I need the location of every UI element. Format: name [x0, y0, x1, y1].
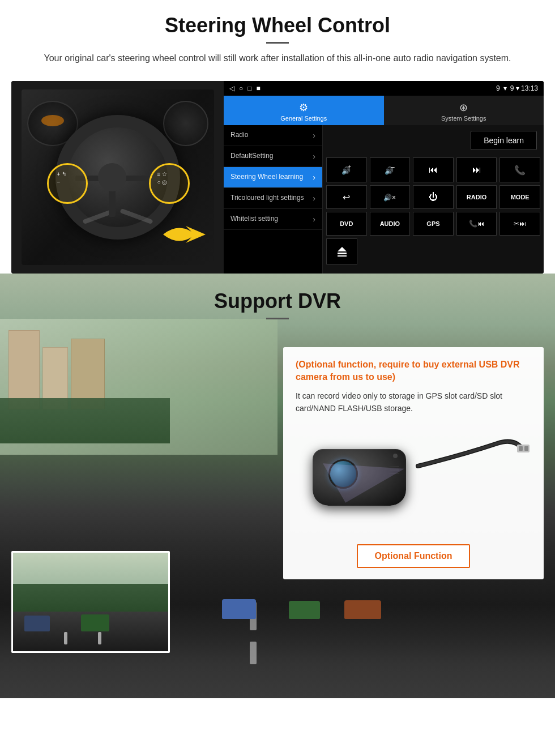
signal-icon: 9 [496, 84, 500, 92]
tab-system-label: System Settings [441, 115, 486, 122]
phone-btn[interactable]: 📞 [500, 157, 540, 182]
svg-marker-5 [338, 247, 347, 251]
menu-item-steering[interactable]: Steering Wheel learning › [224, 167, 322, 188]
radio-btn[interactable]: RADIO [456, 185, 497, 209]
dvd-btn[interactable]: DVD [326, 212, 367, 236]
camera-cable-svg [373, 432, 531, 534]
yellow-arrow [160, 217, 211, 254]
section-dvr: Support DVR (Optional function, require … [0, 274, 555, 698]
ctrl-row-4 [326, 238, 540, 264]
dvr-title: Support DVR [0, 289, 555, 313]
steering-wheel-graphic: + ↰ − ≡ ☆ ○ ◎ [22, 89, 214, 265]
svg-text:+: + [348, 164, 351, 170]
dvr-info-card: (Optional function, require to buy exter… [283, 347, 544, 579]
status-bar: ◁ ○ □ ■ 9 ▾ 9 ▾ 13:13 [224, 81, 544, 96]
svg-rect-7 [338, 255, 347, 257]
menu-item-whitelist[interactable]: Whitelist setting › [224, 209, 322, 230]
menu-item-steering-label: Steering Wheel learning [230, 173, 303, 182]
sw-highlight-right: ≡ ☆ ○ ◎ [149, 163, 190, 204]
optional-btn-area: Optional Function [296, 534, 531, 568]
next-track-btn[interactable]: ⏭ [456, 157, 497, 182]
vol-down-btn[interactable]: 🔊− [370, 157, 411, 182]
tab-system-settings[interactable]: ⊛ System Settings [384, 96, 544, 125]
menu-item-tricolour[interactable]: Tricoloured light settings › [224, 188, 322, 209]
begin-learn-button[interactable]: Begin learn [471, 131, 537, 150]
mute-btn[interactable]: 🔊× [370, 185, 411, 209]
cut-next-btn[interactable]: ✂⏭ [500, 212, 540, 236]
ui-content-area: Radio › DefaultSetting › Steering Wheel … [224, 125, 544, 274]
title-divider [266, 42, 289, 44]
chevron-icon: › [313, 194, 315, 203]
gps-btn[interactable]: GPS [413, 212, 454, 236]
android-settings-ui: ◁ ○ □ ■ 9 ▾ 9 ▾ 13:13 ⚙ General Settings [224, 81, 544, 274]
android-ui-panel: + ↰ − ≡ ☆ ○ ◎ [11, 81, 544, 274]
settings-tabs: ⚙ General Settings ⊛ System Settings [224, 96, 544, 125]
menu-item-radio-label: Radio [230, 131, 248, 140]
back-btn[interactable]: ↩ [326, 185, 367, 209]
optional-function-button[interactable]: Optional Function [357, 544, 471, 568]
steering-title: Steering Wheel Control [23, 14, 532, 37]
dvr-preview-thumbnail [11, 551, 170, 653]
menu-item-default[interactable]: DefaultSetting › [224, 146, 322, 167]
chevron-icon: › [313, 152, 315, 161]
dvr-optional-heading: (Optional function, require to buy exter… [296, 358, 531, 384]
svg-text:−: − [391, 164, 395, 172]
svg-rect-9 [519, 446, 523, 451]
menu-item-default-label: DefaultSetting [230, 152, 273, 161]
gear-icon: ⚙ [227, 101, 381, 114]
tab-general-label: General Settings [280, 115, 327, 122]
svg-rect-6 [338, 253, 347, 254]
audio-btn[interactable]: AUDIO [370, 212, 411, 236]
recents-icon[interactable]: □ [247, 84, 251, 92]
chevron-icon: › [313, 173, 315, 182]
svg-rect-10 [524, 446, 528, 451]
ctrl-row-1: 🔊+ 🔊− ⏮ ⏭ 📞 [326, 157, 540, 182]
phone-prev-btn[interactable]: 📞⏮ [456, 212, 497, 236]
steering-description: Your original car's steering wheel contr… [34, 52, 521, 65]
mode-btn[interactable]: MODE [500, 185, 540, 209]
home-icon[interactable]: ○ [239, 84, 243, 92]
menu-icon[interactable]: ■ [257, 84, 261, 92]
dvr-title-area: Support DVR [0, 274, 555, 319]
menu-item-whitelist-label: Whitelist setting [230, 215, 278, 224]
menu-item-tricolour-label: Tricoloured light settings [230, 194, 304, 203]
nav-icons: ◁ ○ □ ■ [229, 84, 261, 92]
steering-title-area: Steering Wheel Control Your original car… [0, 0, 555, 71]
sw-hub [98, 163, 126, 191]
begin-learn-area: Begin learn [326, 129, 540, 155]
settings-menu: Radio › DefaultSetting › Steering Wheel … [224, 125, 323, 274]
time-display: 9 ▾ 13:13 [510, 84, 538, 92]
wifi-icon: ▾ [503, 84, 507, 92]
vol-up-btn[interactable]: 🔊+ [326, 157, 367, 182]
dvr-camera-illustration [296, 421, 531, 534]
ctrl-row-2: ↩ 🔊× ⏻ RADIO MODE [326, 185, 540, 209]
system-icon: ⊛ [387, 101, 541, 114]
steering-wheel-photo: + ↰ − ≡ ☆ ○ ◎ [11, 81, 224, 274]
ctrl-row-3: DVD AUDIO GPS 📞⏮ ✂⏭ [326, 212, 540, 236]
prev-track-btn[interactable]: ⏮ [413, 157, 454, 182]
menu-item-radio[interactable]: Radio › [224, 125, 322, 146]
status-indicators: 9 ▾ 9 ▾ 13:13 [496, 84, 538, 92]
back-icon[interactable]: ◁ [229, 84, 234, 92]
chevron-icon: › [313, 215, 315, 224]
steering-controls-area: Begin learn 🔊+ 🔊− ⏮ ⏭ 📞 [323, 125, 544, 274]
tab-general-settings[interactable]: ⚙ General Settings [224, 96, 384, 125]
power-btn[interactable]: ⏻ [413, 185, 454, 209]
dvr-description: It can record video only to storage in G… [296, 390, 531, 415]
section-steering-wheel: Steering Wheel Control Your original car… [0, 0, 555, 274]
eject-btn[interactable] [326, 238, 357, 264]
dvr-divider [266, 318, 289, 319]
svg-text:🔊×: 🔊× [383, 193, 396, 202]
sw-highlight-left: + ↰ − [47, 163, 88, 204]
chevron-icon: › [313, 131, 315, 140]
